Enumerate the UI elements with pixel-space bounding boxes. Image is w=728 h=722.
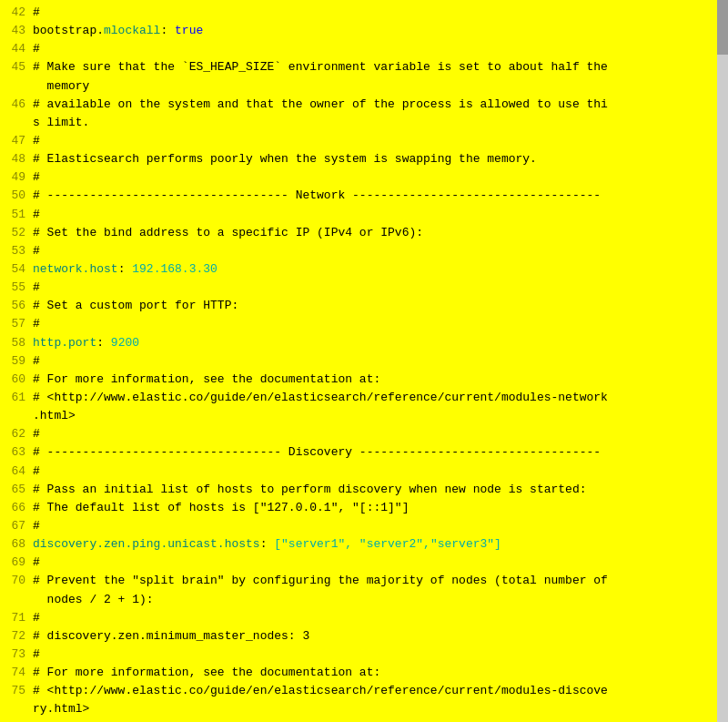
code-segment-value_cyan: ["server1", "server2","server3"] [274,537,501,551]
code-segment-comment: # [33,464,40,478]
code-line: 74# For more information, see the docume… [0,664,728,682]
line-content: .html> [33,407,724,425]
line-number: 47 [0,132,25,150]
code-segment-comment: # [33,134,40,147]
line-number: 71 [0,609,25,627]
line-number: 43 [0,22,25,40]
code-segment-comment: # <http://www.elastic.co/guide/en/elasti… [33,684,608,697]
code-line: 49# [0,168,728,187]
line-number [0,114,25,132]
code-segment-comment: nodes / 2 + 1): [33,593,154,606]
code-segment-comment: # [33,5,40,19]
code-segment-comment: # [33,354,40,368]
line-number: 66 [0,499,25,517]
line-number: 59 [0,352,25,371]
line-content: # [33,718,724,722]
line-content: # [33,352,724,371]
line-content: http.port: 9200 [33,334,724,352]
code-segment-plain: : [260,537,275,551]
code-line: s limit. [0,114,728,132]
line-content: network.host: 192.168.3.30 [33,260,724,279]
line-number: 63 [0,443,25,462]
line-content: # Make sure that the `ES_HEAP_SIZE` envi… [33,58,724,76]
line-number: 42 [0,4,25,22]
line-number: 65 [0,481,25,499]
code-segment-comment: # [33,170,40,184]
line-number: 58 [0,334,25,352]
line-content: # [33,554,724,572]
line-content: # <http://www.elastic.co/guide/en/elasti… [33,682,724,700]
line-content: bootstrap.mlockall: true [33,22,724,40]
code-line: 68discovery.zen.ping.unicast.hosts: ["se… [0,535,728,554]
line-number: 51 [0,206,25,224]
code-segment-comment: # Prevent the "split brain" by configuri… [33,574,608,587]
code-line: 51# [0,206,728,224]
line-content: # Set the bind address to a specific IP … [33,224,724,242]
code-segment-comment: # The default list of hosts is ["127.0.0… [33,501,409,514]
code-segment-plain: : [96,336,111,350]
code-segment-comment: # [33,611,40,625]
code-segment-value_cyan: 192.168.3.30 [132,262,217,276]
code-segment-comment: # --------------------------------- Disc… [33,445,601,459]
line-content: # [33,40,724,58]
code-line: 58http.port: 9200 [0,334,728,352]
line-content: nodes / 2 + 1): [33,591,724,609]
line-number: 73 [0,646,25,664]
code-line: 53# [0,242,728,260]
code-line: 70# Prevent the "split brain" by configu… [0,572,728,590]
code-line: 45# Make sure that the `ES_HEAP_SIZE` en… [0,58,728,76]
line-number: 46 [0,96,25,114]
line-content: # Set a custom port for HTTP: [33,297,724,315]
code-line: 64# [0,463,728,481]
code-line: 47# [0,132,728,150]
code-segment-comment: s limit. [33,116,89,129]
line-content: # [33,425,724,443]
code-line: 46# available on the system and that the… [0,96,728,114]
code-line: 67# [0,517,728,535]
code-segment-comment: # discovery.zen.minimum_master_nodes: 3 [33,629,309,643]
code-line: nodes / 2 + 1): [0,591,728,609]
line-number: 55 [0,279,25,297]
line-number: 45 [0,58,25,76]
line-number: 72 [0,627,25,646]
code-segment-comment: # Set a custom port for HTTP: [33,299,238,312]
code-segment-plain: : [160,24,175,37]
code-line: 44# [0,40,728,58]
code-segment-key: mlockall [104,24,160,37]
code-line: 48# Elasticsearch performs poorly when t… [0,150,728,168]
line-content: # [33,168,724,187]
code-segment-comment: # [33,280,40,294]
line-number [0,591,25,609]
line-content: s limit. [33,114,724,132]
code-line: 61# <http://www.elastic.co/guide/en/elas… [0,389,728,407]
line-content: ry.html> [33,700,724,718]
line-number: 49 [0,168,25,187]
code-line: memory [0,77,728,96]
line-content: # [33,132,724,150]
line-content: # discovery.zen.minimum_master_nodes: 3 [33,627,724,646]
code-line: 50# ---------------------------------- N… [0,187,728,205]
code-line: 42# [0,4,728,22]
code-segment-comment: # Make sure that the `ES_HEAP_SIZE` envi… [33,60,608,74]
code-line: 60# For more information, see the docume… [0,371,728,389]
line-content: # [33,4,724,22]
line-content: # Prevent the "split brain" by configuri… [33,572,724,590]
line-number: 44 [0,40,25,58]
line-number: 54 [0,260,25,279]
line-number: 70 [0,572,25,590]
code-segment-comment: # [33,244,40,258]
line-number: 60 [0,371,25,389]
line-number: 57 [0,315,25,333]
code-segment-plain: : [118,262,133,276]
code-segment-key: discovery.zen.ping.unicast.hosts [33,537,260,551]
line-content: # ---------------------------------- Net… [33,187,724,205]
line-content: # The default list of hosts is ["127.0.0… [33,499,724,517]
line-content: memory [33,77,724,96]
line-number: 74 [0,664,25,682]
code-line: 73# [0,646,728,664]
code-line: ry.html> [0,700,728,718]
line-content: # --------------------------------- Disc… [33,443,724,462]
scrollbar[interactable] [717,0,728,722]
line-number: 52 [0,224,25,242]
scrollbar-thumb[interactable] [717,0,728,55]
